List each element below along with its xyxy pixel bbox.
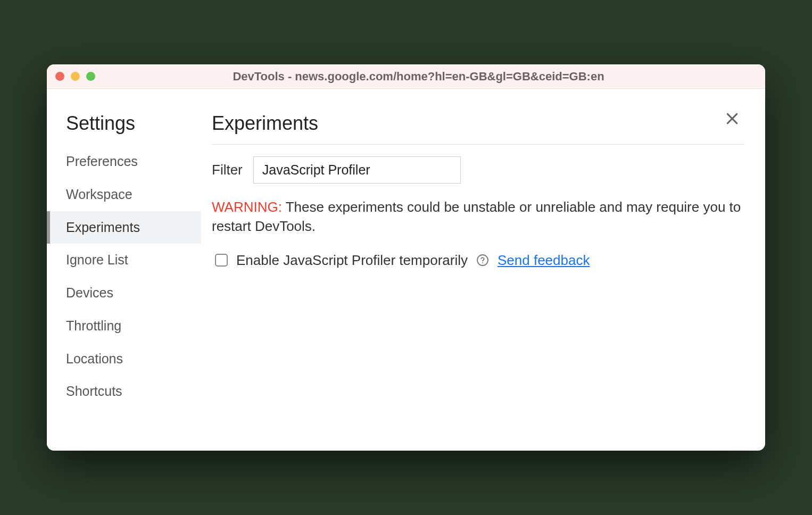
- svg-point-1: [482, 262, 483, 263]
- sidebar-item-workspace[interactable]: Workspace: [47, 178, 201, 211]
- sidebar-item-locations[interactable]: Locations: [47, 343, 201, 376]
- sidebar-item-experiments[interactable]: Experiments: [47, 211, 201, 244]
- maximize-window-button[interactable]: [86, 72, 95, 81]
- close-settings-button[interactable]: [723, 109, 742, 128]
- warning-prefix: WARNING:: [212, 199, 282, 215]
- sidebar-item-preferences[interactable]: Preferences: [47, 145, 201, 178]
- page-title: Experiments: [212, 112, 744, 145]
- warning-text: WARNING: These experiments could be unst…: [212, 197, 744, 236]
- devtools-window: DevTools - news.google.com/home?hl=en-GB…: [47, 64, 765, 451]
- sidebar: Settings Preferences Workspace Experimen…: [47, 89, 201, 451]
- filter-label: Filter: [212, 162, 243, 178]
- sidebar-item-shortcuts[interactable]: Shortcuts: [47, 375, 201, 408]
- help-button[interactable]: [476, 254, 489, 267]
- sidebar-item-devices[interactable]: Devices: [47, 277, 201, 310]
- minimize-window-button[interactable]: [71, 72, 80, 81]
- close-window-button[interactable]: [55, 72, 64, 81]
- sidebar-item-ignore-list[interactable]: Ignore List: [47, 244, 201, 277]
- experiment-label: Enable JavaScript Profiler temporarily: [236, 252, 468, 269]
- traffic-lights: [55, 72, 95, 81]
- filter-row: Filter: [212, 156, 744, 184]
- close-icon: [724, 111, 740, 127]
- experiment-row: Enable JavaScript Profiler temporarily S…: [212, 252, 744, 269]
- sidebar-item-throttling[interactable]: Throttling: [47, 310, 201, 343]
- content-panel: Experiments Filter WARNING: These experi…: [201, 89, 765, 451]
- question-circle-icon: [476, 254, 489, 267]
- send-feedback-link[interactable]: Send feedback: [498, 252, 590, 269]
- window-title: DevTools - news.google.com/home?hl=en-GB…: [123, 70, 714, 84]
- filter-input[interactable]: [253, 156, 461, 184]
- sidebar-title: Settings: [47, 112, 201, 145]
- warning-body: These experiments could be unstable or u…: [212, 199, 741, 234]
- settings-body: Settings Preferences Workspace Experimen…: [47, 89, 765, 451]
- enable-js-profiler-checkbox[interactable]: [215, 254, 228, 267]
- titlebar: DevTools - news.google.com/home?hl=en-GB…: [47, 64, 765, 89]
